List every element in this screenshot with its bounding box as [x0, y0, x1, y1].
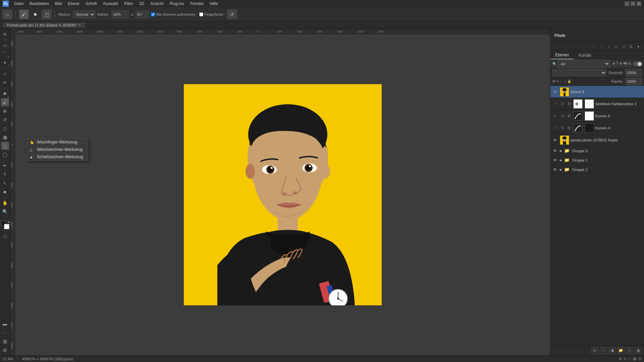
marquee-tool[interactable]: ▭▾	[1, 41, 9, 49]
status-icon-5[interactable]: ⊡	[638, 357, 641, 361]
visibility-icon-gruppe3[interactable]: 👁	[552, 147, 558, 154]
visibility-icon-curves5[interactable]: 👁	[552, 113, 558, 119]
pen-tool[interactable]: ✒	[1, 162, 9, 170]
layer-mask-button[interactable]: ○	[600, 347, 607, 354]
eyedropper-tool[interactable]: ✏	[1, 78, 9, 86]
menu-ebene[interactable]: Ebene	[65, 1, 82, 7]
lock-artboard-icon[interactable]: □	[564, 79, 566, 83]
visibility-icon-ebene9[interactable]: 👁	[552, 88, 558, 95]
tab-kanaele[interactable]: Kanäle	[574, 51, 596, 59]
layer-row-gruppe3[interactable]: 👁 ▶ 📁 Gruppe 3	[550, 146, 644, 156]
menu-bearbeiten[interactable]: Bearbeiten	[27, 1, 52, 7]
search-icon-3[interactable]: ⚙	[619, 62, 622, 66]
fill-input[interactable]	[625, 78, 642, 85]
bottom-grid-tool[interactable]: ⊞	[1, 346, 9, 354]
tab-ebenen[interactable]: Ebenen	[550, 51, 574, 59]
text-tool[interactable]: T	[1, 170, 9, 178]
crop-tool[interactable]: ⊹	[1, 70, 9, 78]
opacity-input[interactable]	[625, 69, 642, 76]
panel-icon-1[interactable]: ○	[591, 44, 597, 50]
visibility-icon-gruppe1[interactable]: 👁	[552, 157, 558, 164]
zoom-tool[interactable]: 🔍	[1, 207, 9, 216]
eraser-tool[interactable]: ◻	[1, 124, 9, 132]
home-icon[interactable]: ⌂	[3, 10, 12, 19]
blur-tool[interactable]: △	[1, 142, 9, 150]
status-icon-4[interactable]: ▦	[633, 357, 636, 361]
layer-row-curves5[interactable]: 👁 ⊡ ⛓ Kurven 5	[550, 110, 644, 122]
menu-filter[interactable]: Filter	[121, 1, 136, 7]
screen-mode-tool[interactable]: ▬	[1, 320, 9, 328]
shape-tool[interactable]: ■	[1, 188, 9, 196]
path-select-tool[interactable]: ↖	[1, 179, 9, 187]
canvas-wrapper[interactable]: 👆 Wischfinger-Werkzeug △ Weichzeichner-W…	[15, 34, 550, 355]
ctx-item-scharfzeichner[interactable]: ▲ Scharfzeichner-Werkzeug	[28, 153, 88, 161]
all-layers-checkbox[interactable]	[151, 12, 155, 16]
history-brush-tool[interactable]: ↺	[1, 116, 9, 124]
move-tool[interactable]: ✛	[1, 30, 9, 38]
menu-schrift[interactable]: Schrift	[83, 1, 100, 7]
status-icon-2[interactable]: fx	[624, 357, 627, 361]
mode-select[interactable]: Normal	[73, 11, 95, 18]
fingerfarbe-checkbox-label[interactable]: Fingerfarbe	[199, 12, 223, 16]
lock-move-icon[interactable]: ↔	[560, 79, 563, 83]
menu-datei[interactable]: Datei	[11, 1, 26, 7]
layer-row-selective2[interactable]: 👁 ⊡ ⛓ ◈ Selektive Farbkorrekt	[550, 98, 644, 110]
layer-fx-button[interactable]: fx	[591, 347, 598, 354]
brush-tool-icon[interactable]: 🖌	[19, 10, 29, 19]
layer-delete-button[interactable]: 🗑	[635, 347, 642, 354]
search-icon-2[interactable]: T	[616, 62, 618, 66]
panel-icon-7[interactable]: ●	[635, 44, 641, 50]
tool-options-icon[interactable]: ◫	[42, 10, 51, 19]
layer-group-button[interactable]: 📁	[617, 347, 625, 354]
close-button[interactable]: ✕	[637, 1, 641, 6]
panel-icon-4[interactable]: ◇	[613, 44, 619, 50]
fingerfarbe-checkbox[interactable]	[199, 12, 203, 16]
canvas-document[interactable]	[184, 84, 382, 305]
file-tab-close[interactable]: ×	[79, 23, 81, 27]
angle-input[interactable]	[136, 11, 149, 18]
gradient-tool[interactable]: ▦	[1, 133, 9, 141]
maximize-button[interactable]: □	[631, 1, 635, 6]
panel-icon-5[interactable]: ▭	[621, 44, 627, 50]
lasso-tool[interactable]: ⌒▾	[1, 50, 9, 58]
layer-row-photo[interactable]: 👁 pexels-photo-1578531 Kopie	[550, 134, 644, 146]
menu-bild[interactable]: Bild	[52, 1, 64, 7]
quick-mask-tool[interactable]: ⬡	[1, 232, 9, 240]
layer-row-curves4[interactable]: 👁 ⊡ ⛓ Kurven 4	[550, 122, 644, 134]
menu-hilfe[interactable]: Hilfe	[207, 1, 221, 7]
hand-tool[interactable]: ✋	[1, 199, 9, 207]
search-icon-1[interactable]: ⊕	[612, 62, 615, 66]
lock-draw-icon[interactable]: ✎	[556, 79, 559, 83]
visibility-icon-photo[interactable]: 👁	[552, 137, 558, 143]
layer-comps-tool[interactable]: ▨	[1, 337, 9, 345]
lock-pixels-icon[interactable]: ⊞	[552, 79, 555, 83]
strength-input[interactable]	[112, 11, 128, 18]
magic-wand-tool[interactable]: ✦▾	[1, 59, 9, 67]
panel-icon-6[interactable]: ⊡	[628, 44, 634, 50]
visibility-icon-curves4[interactable]: 👁	[552, 125, 558, 131]
layer-row-ebene9[interactable]: 👁 Ebene 9	[550, 86, 644, 98]
extra-tool-icon[interactable]: ↺	[227, 10, 237, 19]
visibility-icon-selective2[interactable]: 👁	[552, 101, 558, 107]
visibility-icon-gruppe2[interactable]: 👁	[552, 166, 558, 173]
layer-new-button[interactable]: □	[626, 347, 633, 354]
heal-tool[interactable]: ✚▾	[1, 89, 9, 98]
all-layers-checkbox-label[interactable]: Alle Ebenen aufnehmen	[151, 12, 195, 16]
layers-search-select[interactable]: Art	[558, 60, 610, 68]
swap-colors-icon[interactable]: ⇄	[8, 221, 10, 224]
layer-row-gruppe1[interactable]: 👁 ▶ 📁 Gruppe 1	[550, 156, 644, 165]
layer-adjustment-button[interactable]: ◑	[608, 347, 616, 354]
panel-icon-3[interactable]: ○	[606, 44, 612, 50]
background-color[interactable]	[4, 224, 9, 229]
status-icon-3[interactable]: □	[629, 357, 631, 361]
menu-plugins[interactable]: Plug-ins	[167, 1, 187, 7]
file-tab[interactable]: Portrait.psdc bei 17,4% (Ebene 9, RGB/8)…	[3, 22, 85, 28]
ctx-item-weichzeichner[interactable]: △ Weichzeichner-Werkzeug	[28, 146, 88, 153]
layer-row-gruppe2[interactable]: 👁 ▶ 📁 Gruppe 2	[550, 165, 644, 174]
brush-tool[interactable]: 🖌	[1, 98, 9, 106]
menu-ansicht[interactable]: Ansicht	[148, 1, 166, 7]
extra-options[interactable]: ···	[1, 328, 9, 337]
search-icon-5[interactable]: fx	[628, 62, 631, 66]
panel-icon-2[interactable]: ○	[598, 44, 604, 50]
menu-auswahl[interactable]: Auswahl	[100, 1, 121, 7]
